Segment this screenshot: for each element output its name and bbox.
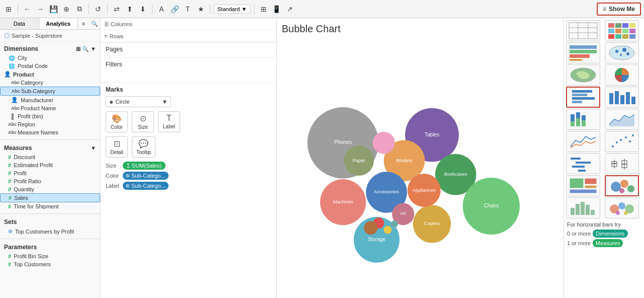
show-me-button[interactable]: ≡ Show Me	[597, 3, 641, 16]
swap-icon[interactable]: ⇄	[111, 4, 122, 15]
chart-thumb-box-plot[interactable]	[605, 153, 639, 174]
bubble-pink-small[interactable]	[373, 132, 395, 154]
size-button[interactable]: ⊙ Size	[132, 111, 154, 132]
measures-expand-icon[interactable]: ▼	[91, 145, 96, 151]
right-panel: For horizontal bars try 0 or more Dimens…	[564, 18, 644, 298]
format-icon[interactable]: A	[156, 4, 167, 15]
label-button[interactable]: T Label	[158, 111, 180, 132]
set-top-customers[interactable]: ⊕ Top Customers by Profit	[0, 227, 100, 236]
marks-type-dropdown[interactable]: ● Circle ▼	[106, 96, 171, 107]
device-icon[interactable]: 📱	[271, 4, 282, 15]
hash-icon-3: #	[8, 170, 11, 176]
svg-point-76	[616, 211, 620, 215]
dim-category[interactable]: Abc Category	[0, 79, 100, 87]
forward-icon[interactable]: →	[35, 4, 46, 15]
chart-thumb-histogram[interactable]	[566, 197, 600, 218]
toolbar-separator-6	[254, 4, 255, 14]
dim-region[interactable]: Abc Region	[0, 120, 100, 128]
chart-thumb-treemap[interactable]	[566, 175, 600, 196]
hash-icon-5: #	[8, 186, 11, 192]
svg-rect-61	[585, 178, 597, 184]
marks-type-label: Circle	[115, 99, 129, 105]
measure-estimated-profit[interactable]: # Estimated Profit	[0, 161, 100, 169]
chart-thumb-bubble[interactable]	[605, 175, 639, 196]
dim-city[interactable]: 🌐 City	[0, 54, 100, 62]
svg-rect-34	[620, 95, 624, 104]
color-button[interactable]: 🎨 Color	[106, 111, 128, 132]
view-icon[interactable]: ⊞	[258, 4, 269, 15]
dim-sub-category[interactable]: Abc Sub-Category	[0, 87, 100, 96]
chart-thumb-pie[interactable]	[605, 64, 639, 86]
show-me-label: Show Me	[609, 6, 635, 13]
chart-thumb-horiz-bar[interactable]	[566, 87, 600, 108]
tab-data[interactable]: Data	[0, 18, 39, 29]
standard-dropdown[interactable]: Standard ▼	[214, 5, 251, 14]
share-icon[interactable]: ↗	[284, 4, 295, 15]
sort-desc-icon[interactable]: ⬇	[137, 4, 148, 15]
pill-sub-cat-label-row: Label ⊞ Sub-Catego...	[106, 182, 271, 190]
search-icon[interactable]: 🔍	[89, 18, 100, 29]
dim-manufacturer[interactable]: 👤 Manufacturer	[0, 96, 100, 104]
size-pill-label: Size	[106, 163, 121, 169]
pages-label: Pages	[106, 46, 123, 53]
grid-view-icon[interactable]: ⊞	[76, 46, 80, 52]
dim-expand-icon[interactable]: ▼	[91, 46, 96, 52]
duplicate-icon[interactable]: ⧉	[74, 4, 85, 15]
bubble-furnishings[interactable]	[364, 221, 377, 235]
measure-time-for-shipment[interactable]: # Time for Shipment	[0, 202, 100, 210]
param-top-customers[interactable]: # Top Customers	[0, 260, 100, 268]
bubble-fasteners[interactable]	[384, 226, 392, 234]
bubble-labels[interactable]	[391, 220, 398, 228]
svg-rect-53	[578, 170, 586, 172]
dim-profit-bin[interactable]: ▐ Profit (bin)	[0, 112, 100, 120]
text-icon[interactable]: T	[182, 4, 193, 15]
dim-product-group[interactable]: 👤 Product	[0, 70, 100, 79]
chart-shelves: ||| Columns ≡ Rows	[101, 18, 276, 43]
chart-thumb-symbol-map[interactable]	[605, 42, 639, 63]
parameters-header: Parameters	[0, 242, 100, 252]
abc-icon-4: Abc	[8, 122, 15, 127]
new-datasource-icon[interactable]: ⊕	[61, 4, 72, 15]
link-icon[interactable]: 🔗	[169, 4, 180, 15]
save-icon[interactable]: 💾	[48, 4, 59, 15]
chart-thumb-gantt[interactable]	[566, 153, 600, 174]
toolbar-separator-3	[107, 4, 108, 14]
dim-postal-code[interactable]: 🌐 Postal Code	[0, 62, 100, 70]
chart-thumb-line[interactable]	[566, 131, 600, 152]
chart-thumb-area[interactable]	[605, 109, 639, 130]
svg-rect-52	[572, 166, 585, 168]
chart-thumb-filled-map[interactable]	[566, 64, 600, 86]
dim-product-name[interactable]: Abc Product Name	[0, 104, 100, 112]
tooltip-button[interactable]: 💬 Tooltip	[132, 136, 155, 158]
dim-measure-names[interactable]: Abc Measure Names	[0, 128, 100, 136]
measure-discount[interactable]: # Discount	[0, 153, 100, 161]
svg-rect-7	[622, 23, 628, 28]
chart-thumb-stacked-bar[interactable]	[566, 109, 600, 130]
sub-cat-label-pill[interactable]: ⊞ Sub-Catego...	[123, 182, 169, 190]
chart-thumb-packed-bubbles[interactable]	[605, 197, 639, 218]
dim-search-icon[interactable]: 🔍	[82, 46, 89, 52]
svg-rect-8	[629, 23, 635, 28]
chart-thumb-bar[interactable]	[605, 87, 639, 108]
sum-sales-pill[interactable]: Σ SUM(Sales)	[123, 162, 166, 170]
sub-cat-color-pill[interactable]: ⊞ Sub-Catego...	[123, 172, 169, 180]
measure-profit-ratio[interactable]: # Profit Ratio	[0, 177, 100, 185]
tab-analytics[interactable]: Analytics	[39, 18, 78, 29]
undo-icon[interactable]: ↺	[93, 4, 104, 15]
panel-options-icon[interactable]: ≡	[78, 18, 89, 29]
color-icon: 🎨	[112, 114, 122, 123]
sort-asc-icon[interactable]: ⬆	[124, 4, 135, 15]
detail-button[interactable]: ⊡ Detail	[106, 136, 128, 158]
star-icon[interactable]: ★	[195, 4, 206, 15]
parameters-section: Parameters # Profit Bin Size # Top Custo…	[0, 240, 100, 270]
apps-icon[interactable]: ⊞	[3, 4, 14, 15]
back-icon[interactable]: ←	[22, 4, 33, 15]
measure-quantity[interactable]: # Quantity	[0, 185, 100, 193]
chart-thumb-scatter[interactable]	[605, 131, 639, 152]
chart-thumb-heat-map[interactable]	[605, 20, 639, 41]
chart-thumb-text-table[interactable]	[566, 20, 600, 41]
chart-thumb-highlight[interactable]	[566, 42, 600, 63]
measure-sales[interactable]: # Sales	[0, 193, 100, 202]
param-profit-bin-size[interactable]: # Profit Bin Size	[0, 252, 100, 260]
measure-profit[interactable]: # Profit	[0, 169, 100, 177]
